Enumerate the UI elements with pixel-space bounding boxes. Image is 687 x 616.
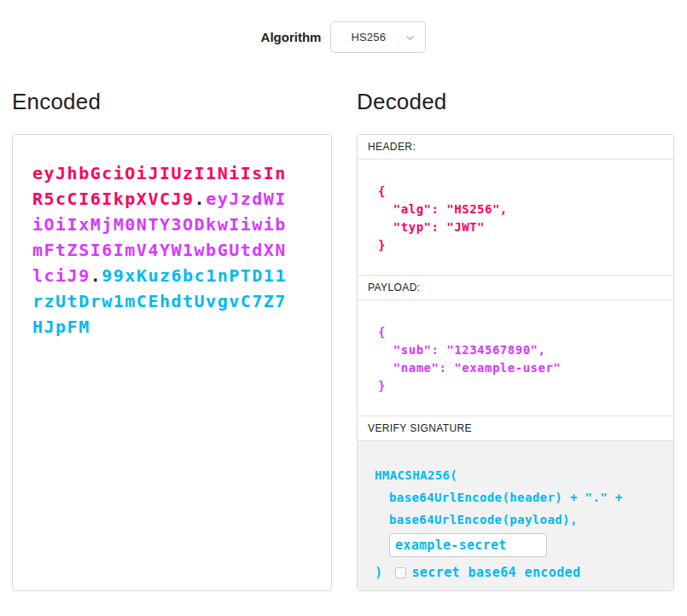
algorithm-select[interactable]: HS256 — [330, 21, 426, 53]
decoded-payload-json[interactable]: { "sub": "1234567890", "name": "example-… — [358, 300, 673, 416]
token-separator-dot: . — [90, 265, 102, 286]
algorithm-label: Algorithm — [261, 30, 322, 44]
decoded-box: HEADER: { "alg": "HS256", "typ": "JWT" }… — [357, 134, 674, 591]
secret-base64-label[interactable]: secret base64 encoded — [411, 562, 580, 583]
decoded-panel: Decoded HEADER: { "alg": "HS256", "typ":… — [357, 89, 674, 591]
secret-base64-checkbox[interactable] — [395, 567, 406, 578]
signature-code-line-1: HMACSHA256( — [375, 464, 673, 486]
main-columns: Encoded eyJhbGciOiJIUzI1NiIsInR5cCI6IkpX… — [12, 89, 674, 591]
signature-code-line-3: base64UrlEncode(payload), — [375, 508, 673, 531]
algorithm-selected-value: HS256 — [331, 31, 386, 44]
decoded-header-json[interactable]: { "alg": "HS256", "typ": "JWT" } — [358, 160, 673, 276]
encoded-panel: Encoded eyJhbGciOiJIUzI1NiIsInR5cCI6IkpX… — [12, 89, 332, 591]
signature-code-line-2: base64UrlEncode(header) + "." + — [375, 486, 673, 508]
decoded-title: Decoded — [357, 89, 674, 114]
encoded-token-editor[interactable]: eyJhbGciOiJIUzI1NiIsInR5cCI6IkpXVCJ9.eyJ… — [12, 134, 332, 591]
secret-input[interactable] — [389, 533, 547, 557]
chevron-down-icon — [406, 34, 414, 42]
algorithm-row: Algorithm HS256 — [0, 21, 687, 53]
verify-signature-section-label: VERIFY SIGNATURE — [358, 416, 673, 441]
header-section-label: HEADER: — [358, 135, 673, 160]
encoded-title: Encoded — [12, 89, 332, 114]
payload-section-label: PAYLOAD: — [358, 276, 673, 300]
signature-closing-paren: ) — [375, 562, 382, 583]
signature-close-row: ) secret base64 encoded — [375, 562, 673, 583]
verify-signature-area: HMACSHA256( base64UrlEncode(header) + ".… — [358, 441, 673, 590]
token-separator-dot: . — [195, 189, 207, 209]
